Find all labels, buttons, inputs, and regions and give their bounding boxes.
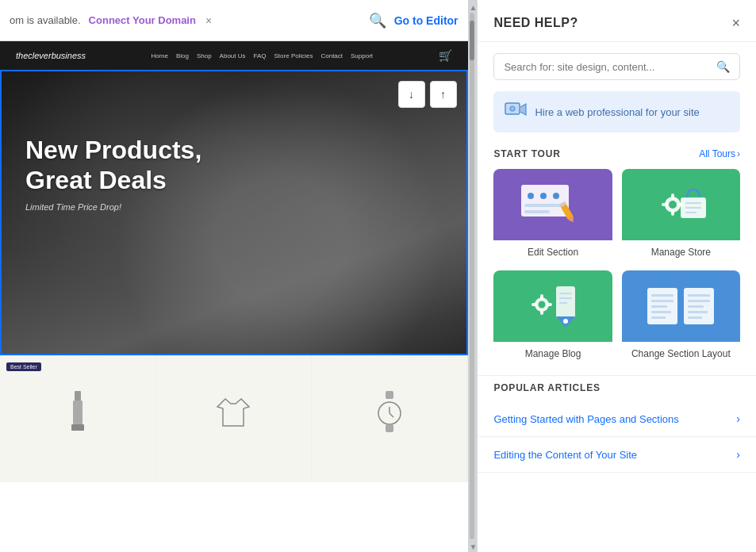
connect-domain-link[interactable]: Connect Your Domain <box>89 14 196 26</box>
up-arrow-icon: ↑ <box>440 88 446 101</box>
tour-card-manage-blog[interactable]: Manage Blog <box>493 270 612 362</box>
close-domain-btn[interactable]: × <box>205 14 212 27</box>
svg-rect-23 <box>662 203 668 206</box>
article-chevron-2: › <box>736 448 740 461</box>
move-down-button[interactable]: ↓ <box>398 81 425 108</box>
tour-card-manage-store[interactable]: Manage Store <box>622 169 740 261</box>
tour-card-edit-section[interactable]: Edit Section <box>493 169 612 261</box>
article-chevron-1: › <box>736 412 740 425</box>
nav-link-policies: Store Policies <box>274 52 313 59</box>
svg-rect-43 <box>651 294 673 297</box>
svg-line-7 <box>390 413 393 417</box>
hero-content: New Products,Great Deals Limited Time Pr… <box>2 71 466 228</box>
nav-link-home: Home <box>152 52 168 59</box>
scroll-down-arrow[interactable]: ▼ <box>469 542 475 549</box>
svg-point-20 <box>669 201 677 209</box>
svg-rect-52 <box>688 316 702 319</box>
scrollbar-track <box>470 13 474 539</box>
all-tours-link[interactable]: All Tours › <box>699 148 740 159</box>
search-icon-panel: 🔍 <box>716 60 730 73</box>
go-to-editor-button[interactable]: Go to Editor <box>394 14 459 27</box>
svg-rect-3 <box>386 391 393 399</box>
scrollbar[interactable]: ▲ ▼ <box>468 0 478 552</box>
product-item-watch[interactable] <box>312 356 468 482</box>
product-icon-shirt <box>213 393 253 439</box>
close-help-button[interactable]: × <box>731 16 740 30</box>
hire-professional-icon <box>505 101 527 123</box>
site-nav: thecleverbusiness Home Blog Shop About U… <box>0 41 468 70</box>
tour-card-img-edit-section <box>493 169 612 240</box>
site-logo: thecleverbusiness <box>16 51 86 60</box>
tour-card-change-layout[interactable]: Change Section Layout <box>622 270 740 362</box>
svg-rect-26 <box>685 202 701 204</box>
help-header: NEED HELP? × <box>478 0 756 42</box>
tour-card-img-manage-store <box>622 169 740 240</box>
hero-section[interactable]: ↓ ↑ New Products,Great Deals Limited Tim… <box>0 70 468 355</box>
product-icon-lipstick <box>66 391 90 442</box>
nav-link-blog: Blog <box>176 52 189 59</box>
all-tours-text: All Tours <box>699 148 735 159</box>
hire-banner[interactable]: Hire a web professional for your site <box>493 91 740 132</box>
nav-link-contact: Contact <box>320 52 343 59</box>
tour-card-img-manage-blog <box>493 270 612 342</box>
products-row: Best Seller <box>0 355 468 482</box>
tour-card-label-edit-section: Edit Section <box>493 240 612 261</box>
svg-rect-47 <box>651 316 666 319</box>
svg-rect-1 <box>73 401 83 424</box>
product-icon-watch <box>374 391 405 442</box>
svg-rect-48 <box>688 294 710 297</box>
down-arrow-icon: ↓ <box>409 88 414 101</box>
svg-rect-49 <box>688 300 710 302</box>
product-item-shirt[interactable] <box>156 356 313 482</box>
move-up-button[interactable]: ↑ <box>430 81 457 108</box>
start-tour-label: START TOUR <box>493 148 560 159</box>
cart-icon: 🛒 <box>439 49 452 62</box>
svg-rect-2 <box>71 424 84 431</box>
svg-rect-28 <box>685 212 697 213</box>
article-link-2: Editing the Content of Your Site <box>493 449 637 461</box>
svg-rect-39 <box>559 297 572 299</box>
svg-point-30 <box>539 301 546 309</box>
tour-card-label-manage-store: Manage Store <box>622 240 740 261</box>
search-bar[interactable]: 🔍 <box>493 53 740 80</box>
article-item-1[interactable]: Getting Started with Pages and Sections … <box>478 401 756 437</box>
svg-rect-5 <box>386 424 393 432</box>
search-input[interactable] <box>504 61 710 73</box>
article-link-1: Getting Started with Pages and Sections <box>493 413 678 425</box>
help-panel-title: NEED HELP? <box>493 16 578 30</box>
svg-rect-51 <box>688 311 708 313</box>
svg-rect-50 <box>688 305 704 308</box>
tour-card-label-change-layout: Change Section Layout <box>622 342 740 362</box>
start-tour-header: START TOUR All Tours › <box>478 145 756 169</box>
svg-rect-21 <box>671 194 674 200</box>
svg-rect-38 <box>559 293 572 294</box>
scroll-up-arrow[interactable]: ▲ <box>469 3 475 10</box>
svg-rect-0 <box>75 391 81 401</box>
svg-rect-31 <box>540 294 543 300</box>
domain-text: om is available. <box>10 14 81 26</box>
nav-link-shop: Shop <box>197 52 212 59</box>
hire-text: Hire a web professional for your site <box>535 106 699 118</box>
svg-point-12 <box>540 193 547 199</box>
help-panel: NEED HELP? × 🔍 Hire a web professional f… <box>477 0 756 552</box>
hero-title: New Products,Great Deals <box>25 135 443 196</box>
nav-link-about: About Us <box>220 52 246 59</box>
best-seller-badge: Best Seller <box>6 362 41 371</box>
svg-rect-32 <box>540 309 543 315</box>
scrollbar-thumb[interactable] <box>470 21 474 60</box>
product-item-lipstick[interactable]: Best Seller <box>0 356 156 482</box>
svg-point-9 <box>510 106 515 111</box>
svg-rect-33 <box>532 303 537 306</box>
site-mockup: thecleverbusiness Home Blog Shop About U… <box>0 41 468 552</box>
tour-cards-grid: Edit Section <box>478 169 756 375</box>
svg-rect-27 <box>685 207 701 209</box>
tour-card-img-change-layout <box>622 270 740 342</box>
search-icon[interactable]: 🔍 <box>369 12 386 29</box>
section-controls: ↓ ↑ <box>398 81 457 108</box>
svg-point-13 <box>553 193 559 199</box>
popular-articles-header: POPULAR ARTICLES <box>478 375 756 401</box>
svg-rect-46 <box>651 311 671 313</box>
article-item-2[interactable]: Editing the Content of Your Site › <box>478 437 756 473</box>
site-preview: thecleverbusiness Home Blog Shop About U… <box>0 41 468 552</box>
svg-rect-14 <box>524 204 566 207</box>
